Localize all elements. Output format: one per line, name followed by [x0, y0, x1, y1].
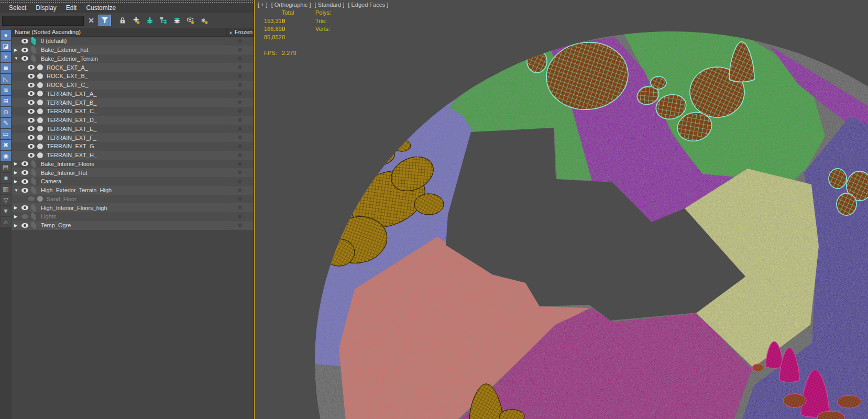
snowflake-icon[interactable]: ❄ [226, 116, 254, 125]
snowflake-icon[interactable]: ❄ [226, 168, 254, 177]
explorer-row[interactable]: ROCK_EXT_A_ ❄ [12, 63, 254, 72]
expand-arrow-icon[interactable]: ▶ [14, 205, 20, 210]
snowflake-icon[interactable]: ❄ [226, 63, 254, 72]
snowflake-icon[interactable]: ❄ [226, 186, 254, 195]
lock-button[interactable] [116, 15, 129, 26]
eye-icon[interactable] [28, 135, 35, 140]
shapes-icon[interactable]: ◪ [1, 41, 11, 51]
snowflake-icon[interactable]: ❄ [226, 37, 254, 46]
filter-button[interactable] [98, 15, 111, 26]
snowflake-icon[interactable]: ❄ [226, 107, 254, 116]
filter-combination-icon[interactable]: ▽ [1, 195, 11, 205]
eye-icon[interactable] [28, 91, 35, 96]
filter-icon[interactable]: ▼ [1, 206, 11, 216]
explorer-row[interactable]: TERRAIN_EXT_F_ ❄ [12, 133, 254, 142]
explorer-row[interactable]: Sand_Floor ❄ [12, 195, 254, 204]
eye-icon[interactable] [28, 118, 35, 123]
collection-icon[interactable]: ⌂ [1, 217, 11, 227]
clear-search-button[interactable]: ✕ [85, 15, 97, 26]
snowflake-icon[interactable]: ❄ [226, 125, 254, 134]
eye-icon[interactable] [28, 83, 35, 87]
snowflake-icon[interactable]: ❄ [226, 203, 254, 212]
eye-icon[interactable] [21, 205, 28, 210]
explorer-row[interactable]: TERRAIN_EXT_A_ ❄ [12, 90, 254, 98]
helpers-icon[interactable]: ◺ [1, 74, 11, 84]
eye-icon[interactable] [21, 161, 28, 166]
explorer-row[interactable]: TERRAIN_EXT_G_ ❄ [12, 142, 254, 151]
menu-customize[interactable]: Customize [81, 3, 120, 13]
expand-arrow-icon[interactable]: ▼ [14, 188, 20, 193]
name-column-header[interactable]: Name (Sorted Ascending) [15, 29, 81, 35]
frozen-override-button[interactable]: ❄ [198, 15, 211, 26]
space-warps-icon[interactable]: ≋ [1, 85, 11, 95]
containers-icon[interactable]: ▭ [1, 129, 11, 139]
menu-display[interactable]: Display [31, 3, 61, 13]
eye-icon[interactable] [28, 144, 35, 149]
eye-icon[interactable] [28, 100, 35, 105]
snowflake-icon[interactable]: ❄ [226, 72, 254, 81]
groups-icon[interactable]: ⊞ [1, 96, 11, 106]
explorer-row[interactable]: 0 (default) ❄ [12, 37, 254, 46]
explorer-row[interactable]: ▶ Bake_Interior_Hut ❄ [12, 168, 254, 177]
eye-icon[interactable] [28, 153, 35, 158]
menu-edit[interactable]: Edit [61, 3, 82, 13]
eye-icon[interactable] [28, 126, 35, 131]
explorer-row[interactable]: TERRAIN_EXT_B_ ❄ [12, 98, 254, 107]
eye-icon[interactable] [21, 56, 28, 61]
explorer-row[interactable]: ROCK_EXT_B_ ❄ [12, 72, 254, 81]
geometry-icon[interactable]: ● [1, 30, 11, 40]
snowflake-icon[interactable]: ❄ [226, 151, 254, 160]
explorer-row[interactable]: ▶ Bake_Exterior_hut ❄ [12, 46, 254, 54]
viewport-style-menu[interactable]: [ Edged Faces ] [348, 2, 388, 8]
eye-icon[interactable] [21, 188, 28, 193]
add-objects-button[interactable] [130, 15, 142, 26]
bones-icon[interactable]: ✖ [1, 140, 11, 150]
search-input[interactable] [2, 16, 84, 26]
viewport-general-menu[interactable]: [ + ] [258, 2, 268, 8]
expand-arrow-icon[interactable]: ▶ [14, 223, 20, 228]
expand-arrow-icon[interactable]: ▶ [14, 48, 20, 52]
explorer-row[interactable]: ▶ Temp_Ogre ❄ [12, 221, 254, 230]
expand-arrow-icon[interactable]: ▶ [14, 161, 20, 166]
eye-icon[interactable] [28, 65, 35, 70]
snowflake-icon[interactable]: ❄ [226, 160, 254, 169]
explorer-row[interactable]: TERRAIN_EXT_E_ ❄ [12, 125, 254, 134]
explorer-row[interactable]: ROCK_EXT_C_ ❄ [12, 81, 254, 90]
eye-icon[interactable] [21, 223, 28, 228]
eye-icon[interactable] [28, 109, 35, 114]
hierarchy-mode-button[interactable] [157, 15, 170, 26]
explorer-row[interactable]: ▶ Lights ❄ [12, 212, 254, 221]
explorer-row[interactable]: ▼ Bake_Exterior_Terrain ❄ [12, 54, 254, 63]
properties-icon[interactable]: ▥ [1, 184, 11, 194]
explorer-row[interactable]: ▶ Camera ❄ [12, 177, 254, 186]
explorer-row[interactable]: ▼ High_Exterior_Terrain_High ❄ [12, 186, 254, 195]
viewport-canvas[interactable] [254, 0, 868, 419]
eye-icon[interactable] [21, 39, 28, 43]
layer-mode-button[interactable] [171, 15, 183, 26]
snowflake-icon[interactable]: ❄ [226, 54, 254, 63]
expand-arrow-icon[interactable]: ▶ [14, 179, 20, 184]
snowflake-icon[interactable]: ❄ [226, 195, 254, 204]
snowflake-icon[interactable]: ❄ [226, 46, 254, 54]
viewport-pov-menu[interactable]: [ Orthographic ] [271, 2, 311, 8]
snowflake-icon[interactable]: ❄ [226, 221, 254, 230]
hidden-override-button[interactable] [184, 15, 197, 26]
snowflake-icon[interactable]: ❄ [226, 177, 254, 186]
frozen-filter-icon[interactable]: ■ [1, 173, 11, 183]
lights-icon[interactable]: ☀ [1, 52, 11, 62]
frozen-column-header[interactable]: ▲ Frozen [226, 28, 254, 36]
eye-icon[interactable] [28, 74, 35, 79]
eye-icon[interactable] [28, 196, 35, 201]
xrefs-icon[interactable]: ⊙ [1, 107, 11, 117]
expand-arrow-icon[interactable]: ▼ [14, 56, 20, 61]
explorer-row[interactable]: TERRAIN_EXT_D_ ❄ [12, 116, 254, 125]
auto-to-layer-button[interactable] [144, 15, 156, 26]
viewport-shading-menu[interactable]: [ Standard ] [314, 2, 344, 8]
expand-arrow-icon[interactable]: ▶ [14, 170, 20, 175]
menu-select[interactable]: Select [4, 3, 31, 13]
visibility-eye-icon[interactable]: ◉ [1, 151, 11, 161]
explorer-row[interactable]: ▶ High_Interior_Floors_high ❄ [12, 203, 254, 212]
snowflake-icon[interactable]: ❄ [226, 90, 254, 98]
snowflake-icon[interactable]: ❄ [226, 81, 254, 90]
eye-icon[interactable] [21, 214, 28, 219]
